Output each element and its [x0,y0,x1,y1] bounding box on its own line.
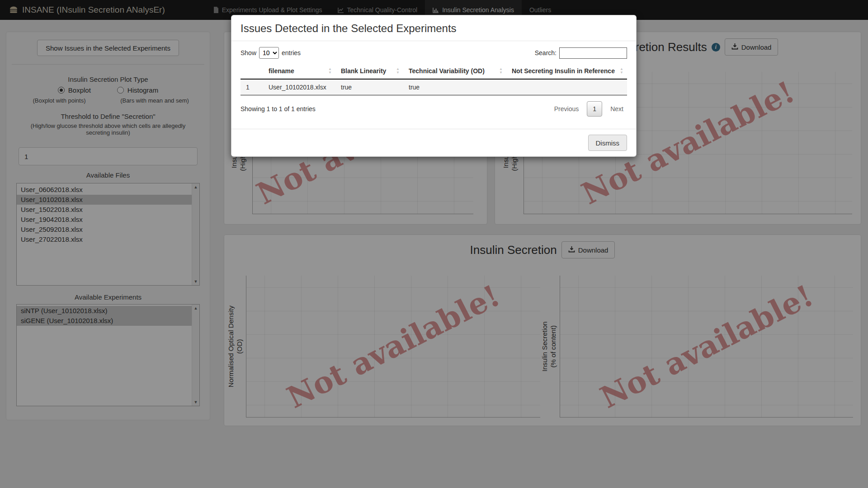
search-label: Search: [535,49,557,56]
pagination: Previous 1 Next [551,101,627,117]
column-header-not-secreting[interactable]: Not Secreting Insulin in Reference ▲▼ [506,63,627,79]
sort-icon: ▲▼ [328,67,332,74]
next-page-button[interactable]: Next [607,103,627,115]
modal-header: Issues Detected in the Selected Experime… [231,15,636,41]
issues-modal: Issues Detected in the Selected Experime… [231,15,637,157]
current-page-button[interactable]: 1 [587,101,602,117]
table-row: 1 User_10102018.xlsx true true [241,79,627,95]
datatable-controls: Show 10 entries Search: [241,47,627,59]
cell-technical-variability: true [403,79,506,95]
cell-filename: User_10102018.xlsx [263,79,335,95]
sort-icon: ▲▼ [620,67,623,74]
column-header-blank-linearity[interactable]: Blank Linearity ▲▼ [335,63,403,79]
search-control: Search: [535,47,627,59]
issues-table: filename ▲▼ Blank Linearity ▲▼ Technical… [241,63,627,95]
page-length-control: Show 10 entries [241,47,301,59]
column-header-technical-variability[interactable]: Technical Variability (OD) ▲▼ [403,63,506,79]
cell-index: 1 [241,79,263,95]
show-label: Show [241,49,256,56]
sort-icon: ▲▼ [396,67,400,74]
modal-title: Issues Detected in the Selected Experime… [241,22,627,35]
page-length-select[interactable]: 10 [259,47,279,59]
dismiss-button[interactable]: Dismiss [588,135,627,151]
cell-not-secreting [506,79,627,95]
column-header-filename[interactable]: filename ▲▼ [263,63,335,79]
modal-footer: Dismiss [231,129,636,156]
entries-label: entries [282,49,301,56]
modal-body: Show 10 entries Search: filename ▲▼ Bla [231,41,636,124]
datatable-footer: Showing 1 to 1 of 1 entries Previous 1 N… [241,101,627,117]
cell-blank-linearity: true [335,79,403,95]
table-header-row: filename ▲▼ Blank Linearity ▲▼ Technical… [241,63,627,79]
column-header-index [241,63,263,79]
sort-icon: ▲▼ [499,67,503,74]
showing-info: Showing 1 to 1 of 1 entries [241,105,316,113]
previous-page-button[interactable]: Previous [551,103,582,115]
search-input[interactable] [559,47,627,59]
